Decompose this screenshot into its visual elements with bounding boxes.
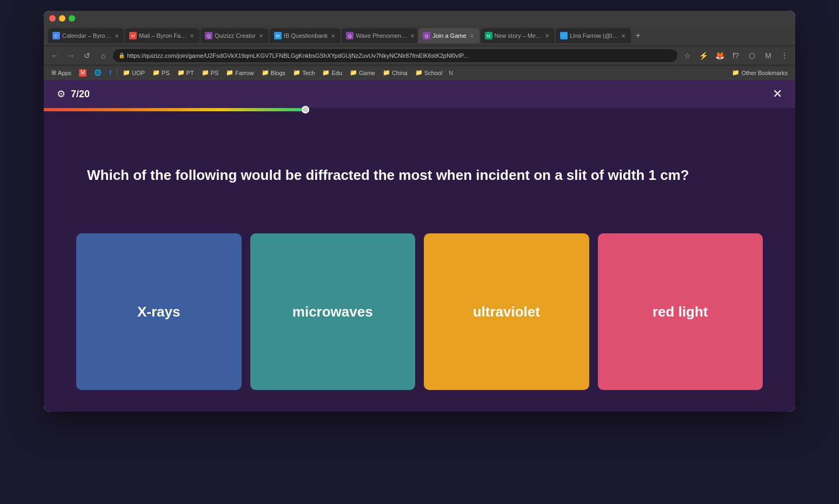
question-counter: 7/20: [71, 89, 90, 100]
tab-quizizz-creator-close[interactable]: ✕: [258, 33, 264, 39]
tab-mail[interactable]: M Mail – Byron Fa… ✕: [125, 28, 199, 43]
tab-quizizz-creator[interactable]: Q Quizizz Creator ✕: [201, 28, 269, 43]
bookmark-game[interactable]: 📁 Game: [347, 68, 378, 77]
tab-mail-close[interactable]: ✕: [189, 33, 195, 39]
tab-ib[interactable]: IB IB Questionbank ✕: [270, 28, 341, 43]
tab-join-game-label: Join a Game: [432, 32, 466, 39]
tab-calendar[interactable]: C Calendar – Byro… ✕: [48, 28, 124, 43]
bookmark-uop[interactable]: 📁 UOP: [119, 68, 148, 77]
bookmark-apps[interactable]: ⊞ Apps: [48, 68, 75, 77]
folder-ps1-icon: 📁: [152, 69, 160, 76]
bookmark-blogs-label: Blogs: [271, 70, 286, 76]
browser-window: C Calendar – Byro… ✕ M Mail – Byron Fa… …: [44, 11, 795, 412]
address-bar-row: ← → ↺ ⌂ 🔒 https://quizizz.com/join/game/…: [44, 45, 795, 65]
tab-ib-close[interactable]: ✕: [330, 33, 336, 39]
bookmark-tech[interactable]: 📁 Tech: [290, 68, 318, 77]
mail-tab-icon: M: [129, 32, 137, 39]
bookmark-game-label: Game: [359, 70, 375, 76]
address-bar[interactable]: 🔒 https://quizizz.com/join/game/U2FsdGVk…: [113, 49, 677, 62]
bookmark-ps1[interactable]: 📁 PS: [149, 68, 173, 77]
extension-3[interactable]: f?: [729, 51, 742, 60]
tab-calendar-label: Calendar – Byro…: [62, 32, 111, 39]
quiz-container: ⚙ 7/20 ✕ Which of the following would be…: [44, 80, 795, 412]
folder-edu-icon: 📁: [322, 69, 330, 76]
tab-wave-close[interactable]: ✕: [409, 33, 416, 39]
tab-new-story[interactable]: M New story – Me… ✕: [481, 28, 555, 43]
gmail-icon: M: [79, 69, 86, 77]
close-traffic-light[interactable]: [49, 15, 56, 22]
progress-bar-container: [44, 108, 795, 111]
bookmark-uop-label: UOP: [132, 70, 145, 76]
progress-bar: [44, 108, 307, 111]
extension-4[interactable]: ⬡: [745, 51, 758, 60]
bookmark-china[interactable]: 📁 China: [379, 68, 411, 77]
bookmark-button[interactable]: ☆: [681, 51, 694, 60]
back-button[interactable]: ←: [48, 51, 61, 60]
minimize-traffic-light[interactable]: [59, 15, 65, 22]
tab-lina-farrow-label: Lina Farrow (@l…: [570, 32, 618, 39]
folder-farrow-icon: 📁: [226, 69, 234, 76]
answer-a-text: X-rays: [137, 304, 181, 320]
tab-ib-label: IB Questionbank: [284, 32, 328, 39]
lina-farrow-tab-icon: 🐦: [560, 32, 568, 39]
answer-option-a[interactable]: X-rays: [76, 233, 242, 390]
netflix-icon: N: [449, 70, 453, 76]
bookmark-ps2-label: PS: [211, 70, 219, 76]
folder-tech-icon: 📁: [293, 69, 301, 76]
folder-china-icon: 📁: [383, 69, 390, 76]
bookmark-edu[interactable]: 📁 Edu: [319, 68, 345, 77]
folder-school-icon: 📁: [415, 69, 423, 76]
bookmark-m[interactable]: M: [76, 68, 90, 78]
answer-d-text: red light: [652, 304, 708, 320]
lock-icon: 🔒: [118, 52, 125, 58]
forward-button[interactable]: →: [64, 51, 77, 60]
reload-button[interactable]: ↺: [81, 51, 94, 60]
tab-new-story-label: New story – Me…: [495, 32, 542, 39]
browser-chrome: C Calendar – Byro… ✕ M Mail – Byron Fa… …: [44, 26, 795, 80]
bookmark-other-label: Other Bookmarks: [741, 70, 788, 76]
bookmark-other[interactable]: 📁 Other Bookmarks: [729, 68, 791, 77]
folder-other-icon: 📁: [732, 69, 740, 76]
tab-wave[interactable]: Q Wave Phenomen… ✕: [342, 28, 417, 43]
home-button[interactable]: ⌂: [97, 51, 110, 60]
tab-join-game-close[interactable]: ✕: [469, 33, 475, 39]
bookmark-separator: [117, 69, 117, 77]
new-tab-button[interactable]: +: [632, 31, 643, 41]
more-button[interactable]: ⋮: [778, 51, 791, 60]
tab-new-story-close[interactable]: ✕: [544, 33, 550, 39]
folder-blogs-icon: 📁: [262, 69, 269, 76]
bookmark-facebook[interactable]: f: [106, 68, 115, 78]
quiz-header-left: ⚙ 7/20: [57, 88, 90, 100]
answer-option-d[interactable]: red light: [598, 233, 763, 390]
folder-game-icon: 📁: [350, 69, 357, 76]
answer-option-b[interactable]: microwaves: [250, 233, 416, 390]
bookmark-blogs[interactable]: 📁 Blogs: [258, 68, 289, 77]
bookmark-farrow[interactable]: 📁 Farrow: [223, 68, 257, 77]
tab-join-game[interactable]: Q Join a Game ✕: [418, 28, 479, 43]
bookmarks-bar: ⊞ Apps M 🌐 f 📁 UOP 📁 PS 📁: [44, 65, 795, 80]
quizizz-creator-tab-icon: Q: [205, 32, 212, 39]
join-game-tab-icon: Q: [423, 32, 430, 39]
new-story-tab-icon: M: [485, 32, 492, 39]
extension-5[interactable]: M: [762, 51, 775, 60]
extension-1[interactable]: ⚡: [697, 51, 710, 60]
question-area: Which of the following would be diffract…: [44, 111, 795, 233]
bookmark-school[interactable]: 📁 School: [412, 68, 446, 77]
answer-option-c[interactable]: ultraviolet: [424, 233, 589, 390]
tab-lina-farrow-close[interactable]: ✕: [620, 33, 627, 39]
bookmark-ps2[interactable]: 📁 PS: [198, 68, 222, 77]
settings-icon[interactable]: ⚙: [57, 88, 65, 100]
tab-lina-farrow[interactable]: 🐦 Lina Farrow (@l… ✕: [556, 28, 631, 43]
ib-tab-icon: IB: [274, 32, 282, 39]
bookmark-pt[interactable]: 📁 PT: [174, 68, 197, 77]
bookmark-globe[interactable]: 🌐: [91, 68, 105, 77]
tabs-bar: C Calendar – Byro… ✕ M Mail – Byron Fa… …: [44, 26, 795, 45]
quiz-header: ⚙ 7/20 ✕: [44, 80, 795, 108]
maximize-traffic-light[interactable]: [69, 15, 75, 22]
progress-indicator: [302, 106, 309, 113]
tab-calendar-close[interactable]: ✕: [114, 33, 120, 39]
close-quiz-button[interactable]: ✕: [773, 87, 782, 101]
bookmark-pt-label: PT: [187, 70, 194, 76]
extension-2[interactable]: 🦊: [713, 51, 726, 60]
facebook-icon: f: [109, 69, 111, 77]
